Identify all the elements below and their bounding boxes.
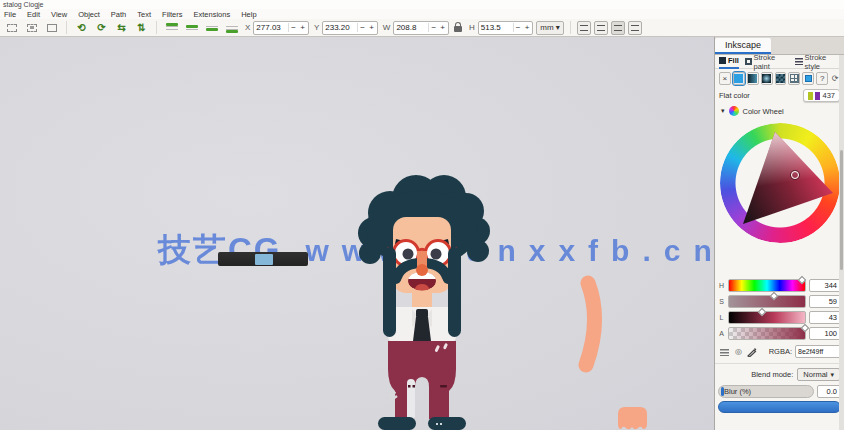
lock-ratio-icon[interactable]: [454, 26, 462, 32]
select-all-button[interactable]: [3, 20, 20, 35]
flip-horizontal-button[interactable]: ⇆: [113, 20, 130, 35]
paint-palette-button[interactable]: [802, 72, 814, 85]
select-all-icon: [7, 24, 17, 32]
paint-pattern-button[interactable]: [775, 72, 787, 85]
tab-stroke-paint[interactable]: Stroke paint: [745, 55, 790, 69]
affect-move-toggle[interactable]: [577, 21, 591, 35]
hue-value[interactable]: 344: [809, 279, 841, 292]
menu-view[interactable]: View: [51, 10, 67, 19]
panel-scrollbar[interactable]: [839, 55, 844, 430]
paint-radial-gradient-button[interactable]: [761, 72, 773, 85]
raise-to-top-button[interactable]: [163, 20, 180, 35]
fill-stroke-tabs: Fill Stroke paint Stroke style: [715, 55, 844, 69]
units-dropdown[interactable]: mm▾: [536, 21, 563, 35]
y-spinner[interactable]: − +: [357, 23, 375, 32]
lower-button[interactable]: [203, 20, 220, 35]
paint-linear-gradient-button[interactable]: [747, 72, 759, 85]
chevron-down-icon: ▾: [830, 371, 834, 379]
rgba-label: RGBA:: [769, 347, 792, 356]
select-all-layers-button[interactable]: [23, 20, 40, 35]
rgba-input[interactable]: 8e2f49ff: [795, 345, 841, 358]
raise-button[interactable]: [183, 20, 200, 35]
menu-edit[interactable]: Edit: [27, 10, 40, 19]
deselect-button[interactable]: [43, 20, 60, 35]
lightness-slider[interactable]: [728, 311, 806, 324]
rotate-ccw-icon: ⟲: [77, 23, 85, 33]
menu-file[interactable]: File: [4, 10, 16, 19]
lower-to-bottom-button[interactable]: [223, 20, 240, 35]
hue-slider[interactable]: [728, 279, 806, 292]
affect-corners-toggle[interactable]: [611, 21, 625, 35]
saturation-slider-thumb[interactable]: [770, 292, 778, 300]
raise-to-top-icon: [166, 23, 178, 33]
tab-fill[interactable]: Fill: [719, 55, 739, 69]
menu-help[interactable]: Help: [241, 10, 256, 19]
drawing-canvas[interactable]: 技艺CG www.qdnxxfb.cn: [0, 37, 714, 430]
w-spinner[interactable]: − +: [428, 23, 446, 32]
alpha-slider-thumb[interactable]: [801, 324, 809, 332]
paint-none-button[interactable]: ×: [719, 72, 731, 85]
menu-filters[interactable]: Filters: [162, 10, 182, 19]
alpha-value[interactable]: 100: [809, 327, 841, 340]
x-spinner[interactable]: − +: [288, 23, 306, 32]
x-field[interactable]: 277.03− +: [253, 21, 309, 35]
unknown-paint-icon: ?: [820, 74, 824, 83]
w-field[interactable]: 208.8− +: [393, 21, 449, 35]
chip-color-1: [808, 92, 813, 100]
color-marker[interactable]: [791, 171, 799, 179]
color-wheel-area[interactable]: [715, 117, 844, 275]
picker-select-row[interactable]: ▾ Color Wheel: [715, 104, 844, 117]
color-picker-icon[interactable]: ◎: [733, 346, 744, 357]
tab-stroke-style[interactable]: Stroke style: [795, 55, 840, 69]
character-nose: [416, 251, 428, 276]
paint-flat-button[interactable]: [733, 72, 745, 85]
stroke-style-icon: [795, 58, 802, 65]
blend-mode-dropdown[interactable]: Normal ▾: [797, 368, 840, 381]
app-window: stalog Ciogje File Edit View Object Path…: [0, 0, 844, 430]
paint-swatch-button[interactable]: [788, 72, 800, 85]
rotate-cw-button[interactable]: ⟳: [93, 20, 110, 35]
h-spinner[interactable]: − +: [513, 23, 531, 32]
panel-scrollbar-thumb[interactable]: [840, 150, 843, 270]
saturation-slider[interactable]: [728, 295, 806, 308]
opacity-row: [715, 398, 844, 413]
affect-move-icon: [580, 25, 588, 31]
h-field[interactable]: 513.5− +: [478, 21, 534, 35]
rotate-ccw-button[interactable]: ⟲: [73, 20, 90, 35]
menu-path[interactable]: Path: [111, 10, 126, 19]
lightness-value[interactable]: 43: [809, 311, 841, 324]
affect-gradient-toggle[interactable]: [628, 21, 642, 35]
sliders-icon[interactable]: [719, 346, 730, 357]
lightness-slider-thumb[interactable]: [757, 308, 765, 316]
w-field-label: W: [383, 23, 391, 32]
affect-corners-icon: [614, 25, 622, 31]
arm-shape[interactable]: [572, 275, 612, 375]
paint-unknown-button[interactable]: ?: [816, 72, 828, 85]
fill-stroke-panel: Inkscape Fill Stroke paint Stroke style …: [714, 37, 844, 430]
lightness-slider-row: L 43: [718, 311, 841, 324]
canvas-slider-bar[interactable]: [218, 252, 308, 266]
menu-text[interactable]: Text: [137, 10, 151, 19]
blur-slider[interactable]: Blur (%): [718, 385, 814, 398]
opacity-slider-fill[interactable]: [718, 401, 841, 413]
blur-value[interactable]: 0.0: [817, 385, 841, 398]
y-field[interactable]: 233.20− +: [322, 21, 378, 35]
alpha-slider[interactable]: [728, 327, 806, 340]
flip-vertical-button[interactable]: ⇅: [133, 20, 150, 35]
character-artwork[interactable]: [350, 173, 518, 430]
menu-extensions[interactable]: Extensions: [193, 10, 230, 19]
hand-shape[interactable]: [614, 404, 650, 430]
saturation-value[interactable]: 59: [809, 295, 841, 308]
chevron-down-icon: ▾: [556, 23, 560, 32]
hue-slider-thumb[interactable]: [797, 276, 805, 284]
color-triangle[interactable]: [720, 123, 840, 243]
affect-scale-toggle[interactable]: [594, 21, 608, 35]
canvas-slider-knob[interactable]: [255, 254, 273, 265]
menu-object[interactable]: Object: [78, 10, 100, 19]
dropper-icon[interactable]: [747, 347, 757, 357]
toolbar-separator: [66, 21, 67, 34]
selection-toolbar: ⟲ ⟳ ⇆ ⇅ X 277.03− + Y 233.20− + W 208.8−…: [0, 19, 844, 37]
fill-icon: [719, 57, 726, 64]
swatch-icon: [790, 74, 799, 83]
swatch-chip[interactable]: 437: [803, 89, 840, 102]
